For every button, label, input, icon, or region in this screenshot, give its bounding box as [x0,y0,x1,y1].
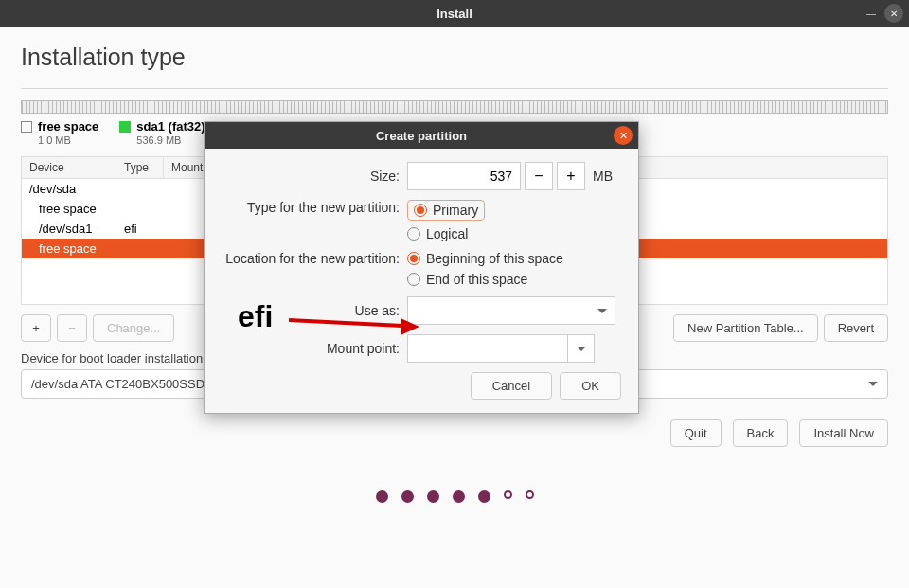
ok-button[interactable]: OK [560,372,621,400]
minimize-button[interactable] [862,4,881,23]
mount-point-dropdown-button[interactable] [568,334,595,363]
dot-icon [401,490,414,503]
legend-size: 536.9 MB [136,134,205,147]
radio-checked-icon [414,204,427,217]
swatch-icon [119,121,131,133]
radio-icon [407,227,420,241]
header-device[interactable]: Device [22,157,116,178]
use-as-select[interactable] [407,296,615,325]
dialog-close-button[interactable]: ✕ [614,126,633,145]
size-increment-button[interactable]: + [557,162,585,190]
mount-point-input[interactable] [407,334,568,363]
chevron-down-icon [868,382,878,386]
revert-button[interactable]: Revert [824,314,888,342]
legend-item: sda1 (fat32) 536.9 MB [119,119,205,147]
dot-icon [526,490,534,499]
install-now-button[interactable]: Install Now [799,419,888,447]
size-decrement-button[interactable]: − [525,162,553,190]
progress-dots [21,490,888,503]
dot-icon [478,490,490,503]
close-button[interactable] [884,4,903,23]
radio-checked-icon [407,252,420,265]
partition-type-logical[interactable]: Logical [407,226,485,241]
legend-item: free space 1.0 MB [21,119,98,147]
chevron-down-icon [597,309,607,313]
partition-location-label: Location for the new partition: [222,251,407,266]
swatch-icon [21,121,32,133]
add-partition-button[interactable]: + [21,314,51,342]
partition-type-label: Type for the new partition: [222,200,407,215]
dot-icon [376,490,388,503]
partition-location-beginning[interactable]: Beginning of this space [407,251,563,266]
dialog-title: Create partition [376,129,467,143]
dot-icon [427,490,439,503]
titlebar: Install [0,0,909,27]
dot-icon [453,490,465,503]
size-input[interactable] [407,162,521,190]
size-unit: MB [593,169,613,184]
mount-point-label: Mount point: [222,341,407,356]
header-type[interactable]: Type [116,157,164,178]
partition-type-primary[interactable]: Primary [407,200,485,221]
annotation-text: efi [238,299,273,334]
change-partition-button[interactable]: Change... [93,314,174,342]
page-title: Installation type [21,44,888,71]
radio-icon [407,273,420,286]
partition-location-end[interactable]: End of this space [407,272,563,287]
cancel-button[interactable]: Cancel [471,372,552,400]
window-title: Install [437,7,472,21]
dot-icon [504,490,512,499]
legend-label: free space [38,119,98,134]
create-partition-dialog: Create partition ✕ Size: − + MB Type for… [204,121,639,414]
quit-button[interactable]: Quit [670,419,722,447]
chevron-down-icon [577,347,586,351]
new-partition-table-button[interactable]: New Partition Table... [673,314,818,342]
partition-bar[interactable] [21,100,888,114]
legend-label: sda1 (fat32) [136,119,205,134]
legend-size: 1.0 MB [38,134,98,147]
back-button[interactable]: Back [733,419,789,447]
remove-partition-button[interactable]: − [57,314,87,342]
size-label: Size: [222,169,407,184]
divider [21,88,888,89]
